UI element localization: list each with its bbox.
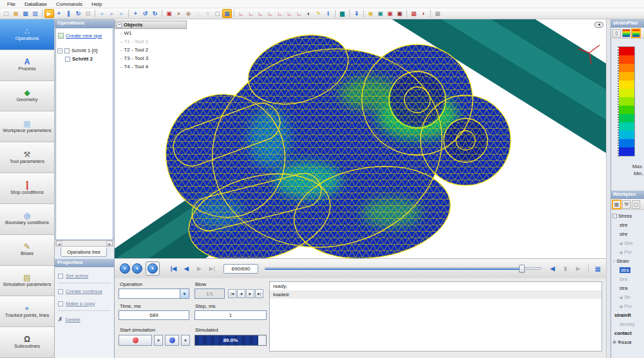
frame-counter-field[interactable]: 690/690 [223, 264, 258, 274]
transparent-view-icon[interactable]: ○ [203, 9, 213, 18]
create-continuation-checkbox[interactable] [58, 289, 63, 294]
slider-handle[interactable] [519, 265, 525, 273]
show-final-result-button[interactable]: ▼ [147, 263, 158, 274]
colorbar-icon[interactable] [622, 29, 630, 37]
tree-expander-icon[interactable]: − [57, 48, 62, 53]
sidebar-item-process[interactable]: AProcess [0, 50, 54, 81]
operation-node-label[interactable]: Schritt 1 [0] [71, 48, 97, 53]
sidebar-item-subroutines[interactable]: ΩSubroutines [0, 327, 54, 358]
start-simulation-icon[interactable]: ▶ [44, 9, 54, 18]
view-top-icon[interactable]: ∟ [275, 9, 285, 18]
field-item-selected[interactable]: stra [611, 265, 644, 274]
shaded-view-icon[interactable]: ● [174, 9, 184, 18]
tree-expander-icon[interactable]: − [117, 23, 122, 28]
start-simulation-button[interactable] [118, 335, 152, 346]
field-item[interactable]: stre [611, 220, 644, 229]
step-forward-button[interactable]: ▶ [194, 265, 205, 272]
mesh-view-icon[interactable]: ▦ [222, 9, 232, 18]
operation-tree-node[interactable]: − Schritt 1 [0] [57, 46, 111, 55]
panel-splitter[interactable] [606, 19, 611, 358]
zoom-out-icon[interactable]: ⌕ [107, 9, 117, 18]
remote-simulation-button[interactable] [165, 335, 179, 346]
create-continuation-label[interactable]: Create continua [66, 288, 102, 294]
empty-field-icon[interactable]: ▢ [632, 200, 640, 209]
horizontal-scrollbar[interactable]: ◂ ▸ [55, 240, 113, 247]
sidebar-item-operations[interactable]: ∴Operations [0, 19, 54, 50]
field-item[interactable]: ◉Фазов [611, 337, 644, 346]
make-a-copy-checkbox[interactable] [58, 301, 63, 306]
database-tool-2-icon[interactable]: ▣ [385, 9, 395, 18]
object-item-w1[interactable]: W1 [115, 29, 187, 37]
field-item[interactable]: stre [611, 229, 644, 238]
sidebar-item-boundary-conditions[interactable]: ◎Boundary conditions [0, 204, 54, 235]
refresh-icon[interactable]: ↻ [73, 9, 83, 18]
operation-checkbox[interactable] [64, 48, 70, 53]
operation-combobox[interactable]: ▼ [118, 288, 189, 299]
sidebar-item-geometry[interactable]: ◆Geometry [0, 81, 54, 112]
record-back-button[interactable]: ◀ [547, 265, 558, 272]
rotate-cw-icon[interactable]: ↻ [150, 9, 160, 18]
menu-help[interactable]: Help [87, 1, 106, 7]
window-layout-icon[interactable]: ▦ [409, 9, 419, 18]
log-row[interactable]: loaded: [270, 290, 601, 299]
make-a-copy-action[interactable]: Make a copy [58, 301, 111, 306]
field-item[interactable]: ◉Stre [611, 238, 644, 247]
object-item-t1[interactable]: T1 - Tool 1 [115, 37, 187, 46]
license-icon[interactable]: ◉ [366, 9, 375, 18]
operation-tree-node[interactable]: Schritt 2 [57, 55, 111, 63]
zoom-window-icon[interactable]: ⌕ [117, 9, 126, 18]
field-item[interactable]: ◉Por [611, 247, 644, 256]
set-active-checkbox[interactable] [58, 274, 63, 279]
fields-database-icon[interactable]: ▦ [612, 200, 621, 209]
scroll-left-icon[interactable]: ◂ [56, 241, 62, 246]
bounding-box-icon[interactable]: ▢ [213, 9, 222, 18]
create-new-operation-label[interactable]: Create new ope [66, 33, 102, 39]
contrast-icon[interactable]: ◐ [304, 9, 314, 18]
step-back-button[interactable]: ◀ [181, 265, 192, 272]
view-left-icon[interactable]: ∟ [256, 9, 265, 18]
objects-panel-header[interactable]: − Objects [115, 21, 187, 29]
open-file-icon[interactable]: ▣ [11, 9, 21, 18]
sidebar-item-blows[interactable]: ✎Blows [0, 235, 54, 266]
show-initial-result-button[interactable]: ▼ [120, 263, 130, 274]
view-bottom-icon[interactable]: ∟ [285, 9, 294, 18]
show-intermediate-result-button[interactable]: ▼ [132, 263, 142, 274]
chart-icon[interactable]: ▆ [337, 9, 347, 18]
log-message-list[interactable]: ready; loaded: [269, 281, 602, 352]
rotate-ccw-icon[interactable]: ↺ [140, 9, 150, 18]
chevron-down-icon[interactable]: ▼ [180, 289, 189, 298]
object-item-t4[interactable]: T4 - Tool 4 [115, 62, 187, 71]
operations-tree-tab[interactable]: Operations tree [61, 247, 107, 257]
skip-to-end-button[interactable]: ▶| [207, 265, 218, 272]
field-item[interactable]: density [611, 319, 644, 328]
operation-checkbox[interactable] [65, 57, 70, 62]
menu-file[interactable]: File [3, 1, 20, 7]
save-as-icon[interactable]: ▥ [30, 9, 40, 18]
set-active-label[interactable]: Set active [66, 273, 88, 279]
view-iso-icon[interactable]: ∟ [294, 9, 304, 18]
step-field[interactable]: 1 [194, 310, 267, 320]
colorbar-settings-icon[interactable] [632, 29, 640, 37]
fit-view-icon[interactable]: ⊡ [83, 9, 93, 18]
database-tool-1-icon[interactable]: ▣ [375, 9, 385, 18]
pause-icon[interactable]: ∥ [64, 9, 73, 18]
text-icon[interactable]: I [323, 9, 333, 18]
fringe-none-icon[interactable]: ▯ [612, 29, 621, 37]
last-blow-button[interactable]: ▶| [255, 289, 263, 298]
tree-expander-icon[interactable]: − [612, 214, 617, 218]
simulation-scene[interactable] [115, 19, 606, 258]
field-item[interactable]: stra [611, 283, 644, 292]
sidebar-item-tracked-points-lines[interactable]: ⌖Tracked points, lines [0, 296, 54, 327]
view-front-icon[interactable]: ∟ [236, 9, 246, 18]
view-right-icon[interactable]: ∟ [265, 9, 275, 18]
field-group-strain[interactable]: ○Strain [611, 256, 644, 265]
tree-expander-icon[interactable]: ○ [612, 259, 615, 263]
delete-label[interactable]: Delete [66, 317, 80, 323]
field-item[interactable]: stra [611, 274, 644, 283]
viewport-3d[interactable]: − Objects W1 T1 - Tool 1 T2 - Tool 2 T3 … [115, 19, 606, 258]
start-options-dropdown[interactable]: ▼ [154, 335, 163, 346]
object-item-t2[interactable]: T2 - Tool 2 [115, 46, 187, 54]
panel-collapse-button[interactable]: ◄ [594, 22, 603, 28]
operation-node-label[interactable]: Schritt 2 [72, 56, 93, 62]
next-blow-button[interactable]: ▶ [246, 289, 254, 298]
